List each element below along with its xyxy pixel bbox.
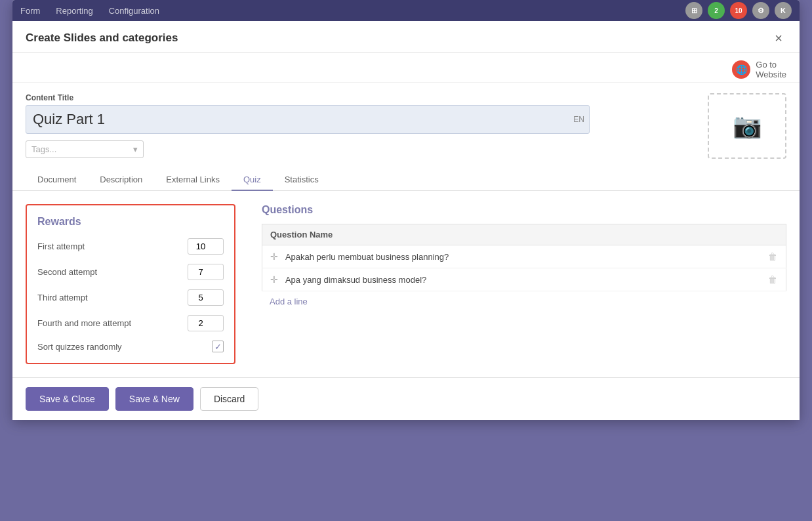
question-delete-cell-2: 🗑	[760, 268, 786, 291]
modal-header: Create Slides and categories ×	[12, 21, 800, 53]
third-attempt-label: Third attempt	[37, 293, 88, 302]
content-title-label: Content Title	[26, 93, 695, 102]
top-actions: 🌐 Go toWebsite	[12, 53, 800, 83]
sort-quizzes-label: Sort quizzes randomly	[37, 342, 122, 352]
drag-handle-2[interactable]: ✛	[270, 274, 278, 285]
first-attempt-label: First attempt	[37, 241, 85, 251]
reward-row-first: First attempt	[37, 238, 224, 255]
content-title-input[interactable]	[26, 105, 590, 134]
third-attempt-input[interactable]	[188, 289, 224, 306]
top-nav: Form Reporting Configuration ⊞ 2 10 ⚙ K	[12, 0, 800, 21]
actions-header	[760, 224, 786, 245]
form-main: Content Title EN Tags... ▾	[26, 93, 695, 158]
go-to-website-button[interactable]: 🌐 Go toWebsite	[732, 60, 786, 79]
tab-statistics[interactable]: Statistics	[273, 169, 331, 191]
fourth-attempt-input[interactable]	[188, 315, 224, 331]
apps-icon[interactable]: ⊞	[685, 2, 702, 19]
chat-icon[interactable]: 2	[708, 2, 725, 19]
tab-content-quiz: Rewards First attempt Second attempt Thi…	[12, 191, 800, 377]
question-name-header: Question Name	[262, 224, 760, 245]
questions-table: Question Name ✛ Apakah perlu membuat bus…	[262, 224, 786, 291]
delete-question-1-icon[interactable]: 🗑	[768, 251, 777, 262]
sort-quizzes-checkbox[interactable]	[212, 341, 224, 352]
first-attempt-input[interactable]	[188, 238, 224, 255]
drag-handle-1[interactable]: ✛	[270, 251, 278, 262]
tab-quiz[interactable]: Quiz	[232, 169, 273, 191]
questions-title: Questions	[262, 204, 786, 216]
globe-icon: 🌐	[732, 60, 750, 79]
questions-section: Questions Question Name ✛	[262, 204, 786, 364]
save-close-button[interactable]: Save & Close	[26, 387, 109, 411]
question-row-2: ✛ Apa yang dimaksud business model? 🗑	[262, 268, 786, 291]
reward-row-fourth: Fourth and more attempt	[37, 315, 224, 331]
tab-document[interactable]: Document	[26, 169, 88, 191]
rewards-title: Rewards	[37, 216, 224, 228]
nav-form[interactable]: Form	[20, 6, 40, 16]
nav-reporting[interactable]: Reporting	[56, 6, 92, 16]
second-attempt-input[interactable]	[188, 264, 224, 280]
go-to-website-label: Go toWebsite	[756, 60, 786, 79]
reward-row-third: Third attempt	[37, 289, 224, 306]
add-a-line-button[interactable]: Add a line	[262, 291, 786, 312]
discard-button[interactable]: Discard	[200, 387, 258, 411]
title-input-wrapper: EN	[26, 105, 590, 134]
nav-configuration[interactable]: Configuration	[109, 6, 159, 16]
tabs: Document Description External Links Quiz…	[26, 169, 786, 190]
sort-quizzes-row: Sort quizzes randomly	[37, 341, 224, 352]
tags-select[interactable]: Tags... ▾	[26, 140, 144, 158]
delete-question-2-icon[interactable]: 🗑	[768, 274, 777, 285]
question-delete-cell-1: 🗑	[760, 245, 786, 268]
modal-dialog: Form Reporting Configuration ⊞ 2 10 ⚙ K …	[12, 0, 800, 420]
image-upload-placeholder[interactable]: 📷	[708, 93, 786, 159]
tab-description[interactable]: Description	[88, 169, 154, 191]
lang-badge: EN	[573, 115, 584, 124]
rewards-section: Rewards First attempt Second attempt Thi…	[26, 204, 235, 364]
question-name-2[interactable]: Apa yang dimaksud business model?	[285, 275, 426, 285]
modal-body: 🌐 Go toWebsite Content Title EN Tags... …	[12, 53, 800, 377]
question-name-cell-2: ✛ Apa yang dimaksud business model?	[262, 268, 760, 291]
close-button[interactable]: ×	[771, 30, 786, 46]
form-section: Content Title EN Tags... ▾ 📷	[12, 83, 800, 169]
save-new-button[interactable]: Save & New	[115, 387, 193, 411]
question-row-1: ✛ Apakah perlu membuat business planning…	[262, 245, 786, 268]
modal-overlay: Form Reporting Configuration ⊞ 2 10 ⚙ K …	[0, 0, 812, 521]
settings-icon[interactable]: ⚙	[752, 2, 769, 19]
question-name-1[interactable]: Apakah perlu membuat business planning?	[285, 252, 449, 262]
reward-row-second: Second attempt	[37, 264, 224, 280]
tags-dropdown-icon: ▾	[133, 144, 138, 154]
top-nav-right: ⊞ 2 10 ⚙ K	[685, 2, 792, 19]
tab-external-links[interactable]: External Links	[154, 169, 232, 191]
fourth-attempt-label: Fourth and more attempt	[37, 318, 131, 328]
modal-footer: Save & Close Save & New Discard	[12, 377, 800, 420]
tabs-container: Document Description External Links Quiz…	[12, 169, 800, 191]
second-attempt-label: Second attempt	[37, 267, 97, 277]
camera-icon: 📷	[733, 112, 762, 140]
modal-title: Create Slides and categories	[26, 31, 178, 45]
tags-placeholder: Tags...	[31, 144, 56, 154]
question-name-cell-1: ✛ Apakah perlu membuat business planning…	[262, 245, 760, 268]
bell-icon[interactable]: 10	[730, 2, 747, 19]
user-icon[interactable]: K	[775, 2, 792, 19]
